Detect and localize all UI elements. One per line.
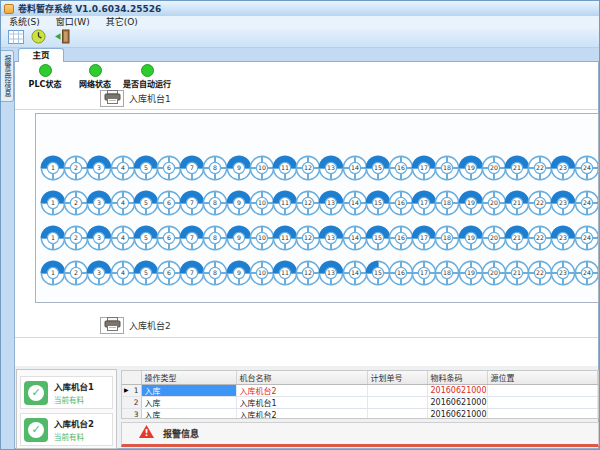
svg-text:16: 16: [397, 269, 405, 276]
table-row-1[interactable]: ▶1入库入库机台2201606210002: [122, 385, 598, 397]
reel-slot-r1-22: 22: [527, 155, 553, 181]
table-row-3[interactable]: 3入库入库机台2201606210002: [122, 409, 598, 420]
reel-slot-r2-4: 4: [110, 190, 136, 216]
reel-slot-r2-11: 11: [272, 190, 298, 216]
clock-button[interactable]: [28, 30, 49, 47]
reel-slot-r4-2: 2: [63, 260, 89, 286]
cell[interactable]: 201606210002: [427, 409, 487, 420]
reel-slot-r4-16: 16: [388, 260, 414, 286]
svg-text:4: 4: [121, 164, 125, 171]
reel-slot-r2-21: 21: [504, 190, 530, 216]
svg-text:22: 22: [536, 269, 544, 276]
column-header-3[interactable]: 物料条码: [427, 371, 487, 385]
cell[interactable]: 入库机台2: [236, 409, 367, 420]
reel-slot-r4-14: 14: [342, 260, 368, 286]
menu-item-2[interactable]: 其它(O): [98, 16, 146, 29]
check-icon: ✓: [24, 418, 48, 442]
svg-text:14: 14: [351, 164, 359, 171]
menu-item-0[interactable]: 系统(S): [1, 16, 48, 29]
cell[interactable]: 入库: [141, 397, 236, 409]
calendar-button[interactable]: [5, 30, 26, 47]
column-header-4[interactable]: 源位置: [487, 371, 598, 385]
cell[interactable]: 入库: [141, 385, 236, 397]
svg-text:6: 6: [167, 164, 171, 171]
svg-text:12: 12: [304, 234, 312, 241]
side-panel-tab-label: 报警监控信息: [2, 55, 12, 97]
svg-text:21: 21: [513, 199, 521, 206]
svg-text:3: 3: [97, 164, 101, 171]
column-header-2[interactable]: 计划单号: [367, 371, 427, 385]
cell[interactable]: 入库机台2: [236, 385, 367, 397]
print-button-machine1[interactable]: [100, 90, 124, 107]
reel-slot-r2-9: 9: [226, 190, 252, 216]
print-button-machine2[interactable]: [100, 317, 124, 334]
cell[interactable]: [367, 409, 427, 420]
svg-text:5: 5: [144, 199, 148, 206]
reel-slot-r2-25: 25: [597, 190, 599, 216]
svg-text:21: 21: [513, 164, 521, 171]
svg-text:9: 9: [237, 269, 241, 276]
svg-text:23: 23: [559, 199, 567, 206]
status-lamp-icon: [141, 64, 154, 77]
cell[interactable]: 入库机台1: [236, 397, 367, 409]
svg-text:4: 4: [121, 234, 125, 241]
svg-text:1: 1: [51, 234, 55, 241]
printer-icon: [104, 317, 121, 334]
cell[interactable]: [487, 385, 598, 397]
svg-text:17: 17: [420, 199, 428, 206]
cell[interactable]: 201606210002: [427, 385, 487, 397]
side-panel-tab[interactable]: 报警监控信息: [1, 50, 14, 102]
reel-slot-r1-3: 3: [86, 155, 112, 181]
table-row-2[interactable]: 2入库入库机台1201606210001: [122, 397, 598, 409]
reel-slot-r1-14: 14: [342, 155, 368, 181]
reel-slot-r3-17: 17: [411, 225, 437, 251]
machine-status-panel: ✓ 入库机台1 当前有料 ✓ 入库机台2 当前有料: [16, 369, 117, 449]
reel-slot-r4-17: 17: [411, 260, 437, 286]
svg-text:9: 9: [237, 234, 241, 241]
operations-grid: 操作类型机台名称计划单号物料条码源位置▶1入库入库机台2201606210002…: [121, 370, 599, 419]
svg-text:12: 12: [304, 164, 312, 171]
reel-slot-r3-20: 20: [481, 225, 507, 251]
cell[interactable]: 入库: [141, 409, 236, 420]
svg-text:10: 10: [258, 234, 266, 241]
cell[interactable]: [487, 409, 598, 420]
svg-text:6: 6: [167, 269, 171, 276]
column-header-1[interactable]: 机台名称: [236, 371, 367, 385]
svg-text:2: 2: [74, 234, 78, 241]
cell[interactable]: [487, 397, 598, 409]
app-window: 卷料暂存系统 V1.0.6034.25526 系统(S)窗口(W)其它(O) 报…: [0, 0, 600, 450]
svg-text:14: 14: [351, 234, 359, 241]
svg-text:11: 11: [281, 199, 289, 206]
svg-text:21: 21: [513, 269, 521, 276]
section-header-machine1: 入库机台1: [15, 88, 598, 110]
svg-text:13: 13: [327, 164, 335, 171]
svg-text:15: 15: [374, 269, 382, 276]
svg-text:18: 18: [443, 199, 451, 206]
reel-slot-r3-2: 2: [63, 225, 89, 251]
reel-slot-r3-7: 7: [179, 225, 205, 251]
reel-slot-r2-7: 7: [179, 190, 205, 216]
reel-slot-r4-15: 15: [365, 260, 391, 286]
svg-text:22: 22: [536, 199, 544, 206]
reel-slot-r3-19: 19: [458, 225, 484, 251]
reel-slot-r3-14: 14: [342, 225, 368, 251]
column-header-0[interactable]: 操作类型: [141, 371, 236, 385]
reel-slot-r2-20: 20: [481, 190, 507, 216]
corner-header: [122, 371, 141, 385]
cell[interactable]: [367, 385, 427, 397]
exit-button[interactable]: [51, 30, 72, 47]
section-title-machine2: 入库机台2: [129, 314, 171, 338]
svg-text:4: 4: [121, 269, 125, 276]
warning-icon: !: [138, 424, 155, 443]
reel-slot-r4-20: 20: [481, 260, 507, 286]
reel-slot-r3-10: 10: [249, 225, 275, 251]
svg-text:5: 5: [144, 164, 148, 171]
reel-slot-r3-22: 22: [527, 225, 553, 251]
cell[interactable]: [367, 397, 427, 409]
cell[interactable]: 201606210001: [427, 397, 487, 409]
svg-text:1: 1: [51, 199, 55, 206]
exit-icon: [54, 29, 70, 47]
svg-text:22: 22: [536, 234, 544, 241]
tab-home[interactable]: 主页: [18, 48, 64, 62]
menu-item-1[interactable]: 窗口(W): [48, 16, 98, 29]
